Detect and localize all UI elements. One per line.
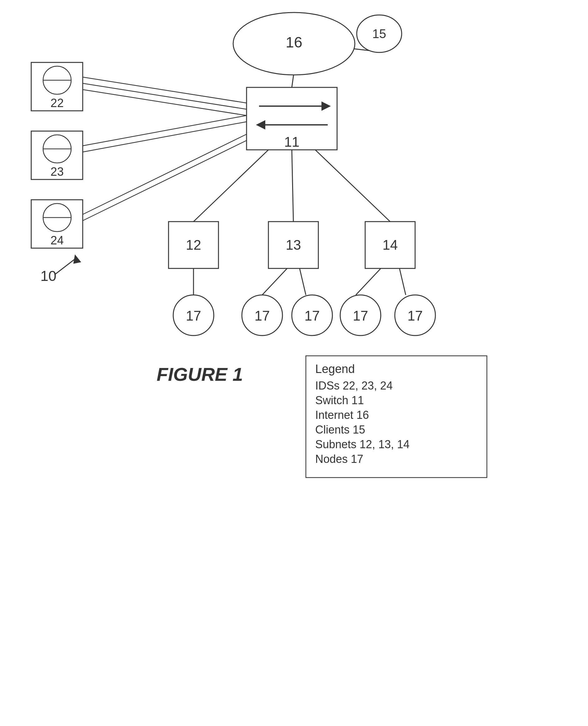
node17-14a-label: 17 (353, 308, 368, 323)
switch-label: 11 (284, 134, 300, 149)
svg-line-5 (83, 77, 247, 103)
svg-marker-28 (74, 254, 81, 264)
internet-label: 16 (286, 34, 302, 50)
clients-label: 15 (372, 27, 386, 41)
diagram-container: 16 15 11 12 13 14 22 23 (0, 0, 588, 726)
ref10-label: 10 (40, 268, 56, 284)
svg-line-16 (399, 268, 406, 295)
svg-line-10 (83, 134, 247, 214)
svg-line-4 (315, 150, 390, 222)
subnet12-label: 12 (186, 237, 201, 252)
svg-line-7 (83, 89, 247, 116)
svg-line-11 (83, 141, 247, 221)
legend-item-subnets: Subnets 12, 13, 14 (315, 438, 410, 451)
svg-line-3 (292, 150, 293, 222)
node17-12-label: 17 (186, 308, 201, 323)
svg-line-15 (356, 268, 381, 295)
legend-item-ids: IDSs 22, 23, 24 (315, 379, 393, 392)
svg-line-13 (262, 268, 287, 295)
subnet13-label: 13 (286, 237, 301, 252)
svg-line-14 (300, 268, 306, 295)
node17-13a-label: 17 (255, 308, 270, 323)
ids23-label: 23 (50, 165, 64, 178)
legend-title: Legend (315, 362, 355, 375)
legend-item-clients: Clients 15 (315, 423, 365, 436)
svg-line-8 (83, 116, 247, 146)
legend-item-switch: Switch 11 (315, 394, 364, 407)
node17-14b-label: 17 (407, 308, 423, 323)
ids24-label: 24 (50, 234, 64, 247)
legend-item-internet: Internet 16 (315, 409, 369, 421)
ids22-label: 22 (50, 97, 64, 109)
subnet14-label: 14 (383, 237, 398, 252)
svg-line-9 (83, 122, 247, 152)
node17-13b-label: 17 (304, 308, 320, 323)
figure-caption: FIGURE 1 (157, 364, 243, 385)
svg-line-6 (83, 83, 247, 109)
legend-item-nodes: Nodes 17 (315, 453, 363, 465)
svg-line-27 (55, 259, 75, 275)
